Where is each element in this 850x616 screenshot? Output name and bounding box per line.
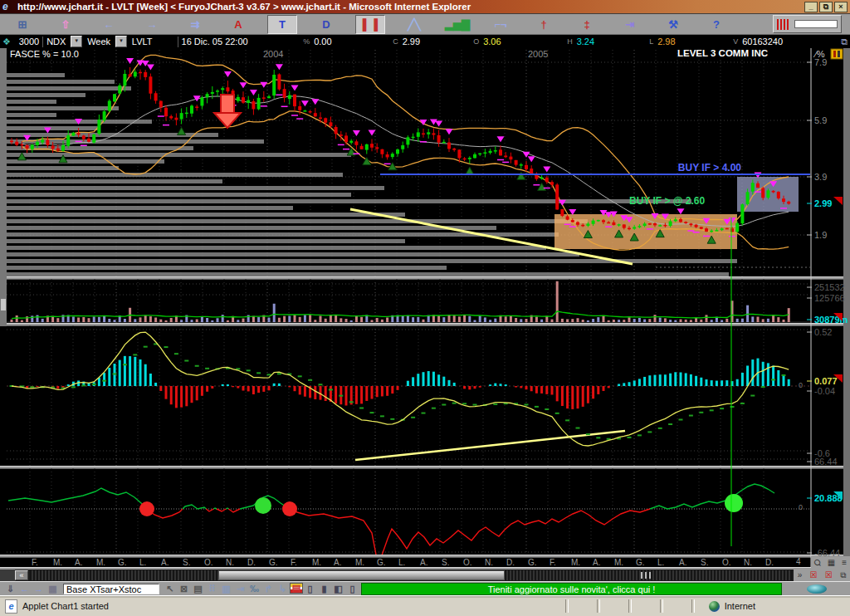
- chart-applet[interactable]: FASCE % = 10.020042005LEVEL 3 COMM INCBU…: [0, 48, 850, 570]
- quote-field-C: C2.99: [393, 37, 473, 46]
- quote-field-L: L2.98: [649, 37, 733, 46]
- no-chart-icon[interactable]: ⊠: [177, 583, 191, 594]
- layout-4-icon[interactable]: ▯: [345, 583, 359, 594]
- close-button[interactable]: ×: [834, 2, 848, 12]
- svg-text:F.: F.: [550, 558, 556, 567]
- histogram-icon[interactable]: ▂▅▇: [443, 16, 471, 33]
- svg-text:D.: D.: [506, 558, 515, 567]
- svg-text:1.9: 1.9: [814, 230, 827, 240]
- scrollbar-thumb[interactable]: [218, 570, 505, 580]
- forward-arrow-icon[interactable]: →: [138, 16, 166, 33]
- divider: [691, 599, 695, 613]
- symbol-field[interactable]: LVLT: [129, 37, 178, 46]
- marker-high-icon[interactable]: †: [530, 16, 558, 33]
- back-arrow-icon[interactable]: ←: [95, 16, 123, 33]
- svg-text:5.9: 5.9: [814, 115, 827, 125]
- svg-text:N.: N.: [226, 558, 234, 567]
- index-select[interactable]: NDX: [43, 37, 69, 46]
- index-dropdown-icon[interactable]: ▼: [71, 36, 82, 47]
- fast-forward-icon[interactable]: ⇉: [181, 16, 209, 33]
- svg-text:M.: M.: [96, 558, 105, 567]
- line-chart-icon[interactable]: ╱╲: [400, 16, 428, 33]
- buy-dot: [255, 497, 271, 514]
- restore-button[interactable]: ⧉: [819, 2, 833, 12]
- layout-2-icon[interactable]: ▮: [317, 583, 331, 594]
- svg-text:D.: D.: [247, 558, 256, 567]
- chart-canvas[interactable]: FASCE % = 10.020042005LEVEL 3 COMM INCBU…: [0, 48, 850, 570]
- text-indicator-icon[interactable]: T: [267, 15, 297, 34]
- film-icon[interactable]: ▤: [191, 583, 205, 594]
- svg-text:0: 0: [799, 381, 803, 389]
- jump-icon[interactable]: ⇥: [233, 583, 247, 594]
- svg-text:M.: M.: [614, 558, 623, 567]
- refresh-icon[interactable]: ❖: [2, 37, 13, 47]
- settings-wrench-icon[interactable]: ⚒: [659, 16, 687, 33]
- svg-text:O.: O.: [204, 558, 213, 567]
- next-icon[interactable]: →: [32, 583, 46, 594]
- delete-icon[interactable]: ☒: [825, 570, 833, 580]
- title-bar: e http://www.jchart.it - LVLT [Week] < F…: [0, 0, 850, 13]
- flag-icon[interactable]: ▤: [290, 583, 303, 594]
- applet-doc-icon: e: [5, 599, 17, 614]
- print-icon[interactable]: ⧉: [840, 570, 846, 580]
- zoom-icon[interactable]: Ϙ: [814, 558, 821, 568]
- grid-dots-icon[interactable]: ⠿: [205, 583, 219, 594]
- divider: [565, 599, 569, 613]
- index-value: 3000: [16, 37, 42, 46]
- prev-icon[interactable]: ←: [17, 583, 32, 594]
- status-bar: e Applet Chart1 started Internet: [0, 595, 850, 616]
- svg-text:F.: F.: [32, 558, 38, 567]
- chart-mode-icon: [831, 49, 843, 59]
- stairs-up-icon[interactable]: ↱: [261, 583, 276, 594]
- layout-3-icon[interactable]: ◧: [331, 583, 345, 594]
- menu-icon[interactable]: ≡: [842, 558, 847, 568]
- status-text: Applet Chart1 started: [22, 601, 109, 611]
- svg-text:L.: L.: [398, 558, 405, 567]
- svg-text:N.: N.: [485, 558, 493, 567]
- marker-low-icon[interactable]: ‡: [573, 16, 601, 33]
- percent-key-icon[interactable]: ‰: [247, 583, 261, 594]
- svg-text:O.: O.: [463, 558, 472, 567]
- close-chart-icon[interactable]: ☒: [810, 570, 818, 580]
- svg-text:G.: G.: [377, 558, 386, 567]
- banner-right-panel: [784, 582, 850, 596]
- draw-tools-icon[interactable]: D: [312, 16, 340, 33]
- svg-text:O.: O.: [722, 558, 731, 567]
- link-icon[interactable]: ⧉: [841, 37, 848, 47]
- step-chart-icon[interactable]: ⌐¬: [486, 16, 515, 33]
- page-next-icon[interactable]: »: [798, 570, 803, 580]
- columns-icon[interactable]: ▥: [219, 583, 233, 594]
- scrollbar-track[interactable]: [30, 570, 792, 580]
- chart-window-icon[interactable]: ⊞: [8, 16, 37, 33]
- help-icon[interactable]: ?: [702, 16, 730, 33]
- sell-dot: [139, 501, 154, 516]
- news-banner-link[interactable]: Tieniti aggiornato sulle novita', clicca…: [361, 583, 782, 595]
- export-icon[interactable]: ⇓: [3, 583, 17, 594]
- minimize-button[interactable]: _: [804, 2, 818, 12]
- template-combo[interactable]: Base XTsar+Xstoc: [63, 584, 159, 594]
- upload-arrow-icon[interactable]: ⇧: [51, 16, 80, 33]
- svg-text:G.: G.: [636, 558, 645, 567]
- layout-1-icon[interactable]: ▯: [303, 583, 317, 594]
- preview-icon[interactable]: ▦: [46, 583, 60, 594]
- chart-corner-tools2: »☒☒⧉: [794, 570, 850, 581]
- progress-strip: [794, 20, 838, 28]
- horizontal-scrollbar[interactable]: «: [0, 570, 794, 581]
- stairs-down-icon[interactable]: ↳: [276, 583, 290, 594]
- scroll-left-button[interactable]: «: [15, 570, 28, 580]
- barcode-icon[interactable]: [777, 19, 789, 30]
- svg-text:A.: A.: [161, 558, 169, 567]
- quote-field-%: %0.00: [303, 37, 393, 46]
- candlestick-icon[interactable]: ▌▐: [355, 15, 385, 34]
- auto-scale-icon[interactable]: A: [224, 16, 252, 33]
- grid-icon[interactable]: ▦: [828, 558, 835, 568]
- svg-text:A.: A.: [420, 558, 427, 567]
- datetime-label: 16 Dic. 05 22:00: [178, 37, 292, 46]
- period-select[interactable]: Week: [84, 37, 114, 46]
- period-dropdown-icon[interactable]: ▼: [115, 36, 127, 47]
- svg-text:3.9: 3.9: [814, 172, 827, 182]
- cursor-chart-icon[interactable]: ↖: [163, 583, 177, 594]
- sell-dot: [282, 501, 297, 516]
- svg-text:0.077: 0.077: [814, 376, 838, 386]
- pointer-icon[interactable]: ⇥: [616, 16, 644, 33]
